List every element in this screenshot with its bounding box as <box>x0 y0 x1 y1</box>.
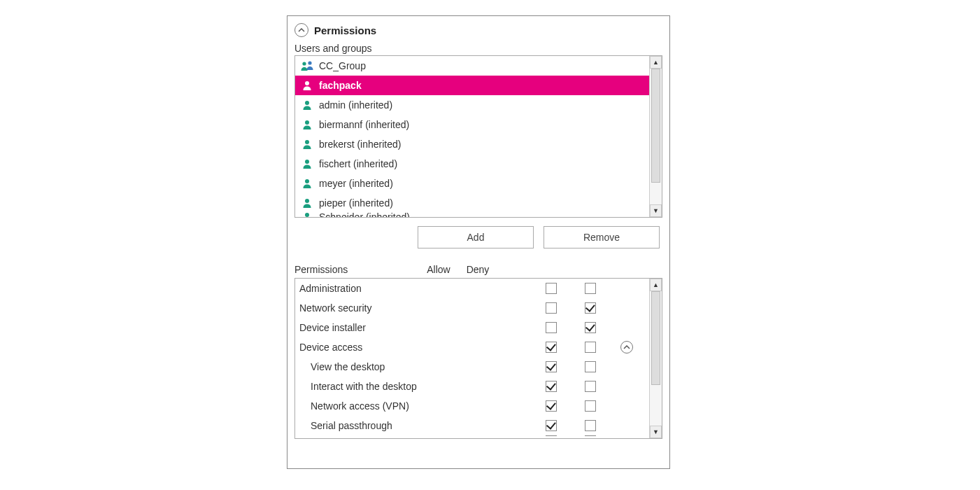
scroll-track[interactable] <box>650 69 662 204</box>
deny-checkbox[interactable] <box>585 420 596 431</box>
list-item[interactable]: brekerst (inherited) <box>295 134 649 154</box>
scroll-down-icon[interactable]: ▼ <box>650 426 662 438</box>
permission-label: Administration <box>295 283 532 294</box>
scroll-up-icon[interactable]: ▲ <box>650 56 662 69</box>
list-item-label: pieper (inherited) <box>319 197 393 209</box>
scroll-down-icon[interactable]: ▼ <box>650 204 662 217</box>
user-icon <box>299 158 315 169</box>
permissions-header: Permissions Allow Deny <box>287 254 669 278</box>
deny-checkbox[interactable] <box>585 361 596 372</box>
svg-point-3 <box>305 101 309 105</box>
user-icon <box>299 80 315 91</box>
svg-point-9 <box>305 213 309 217</box>
allow-checkbox[interactable] <box>546 361 557 372</box>
deny-checkbox[interactable] <box>585 302 596 314</box>
svg-point-6 <box>305 160 309 164</box>
deny-checkbox[interactable] <box>585 283 596 294</box>
list-item[interactable]: fachpack <box>295 76 649 95</box>
svg-point-2 <box>305 81 309 85</box>
scroll-up-icon[interactable]: ▲ <box>650 279 662 291</box>
allow-checkbox[interactable] <box>546 302 557 314</box>
users-list: CC_Groupfachpackadmin (inherited)bierman… <box>294 55 662 218</box>
permission-row <box>295 435 649 438</box>
permission-row: View the desktop <box>295 357 649 377</box>
allow-checkbox[interactable] <box>546 322 557 333</box>
permission-row: Interact with the desktop <box>295 377 649 396</box>
perm-col-deny: Deny <box>458 264 497 275</box>
add-button[interactable]: Add <box>418 226 534 248</box>
list-item-label: admin (inherited) <box>319 99 392 111</box>
list-item-label: Schneider (inherited) <box>319 213 410 217</box>
section-header: Permissions <box>287 23 669 40</box>
list-item[interactable]: biermannf (inherited) <box>295 115 649 134</box>
collapse-toggle-icon[interactable] <box>294 23 308 37</box>
users-list-body[interactable]: CC_Groupfachpackadmin (inherited)bierman… <box>295 56 649 217</box>
permission-row: Device access <box>295 337 649 357</box>
permissions-scrollbar[interactable]: ▲ ▼ <box>649 279 662 438</box>
deny-checkbox[interactable] <box>585 435 596 436</box>
scroll-track[interactable] <box>650 291 662 426</box>
svg-point-5 <box>305 140 309 144</box>
list-item[interactable]: fischert (inherited) <box>295 154 649 174</box>
list-item[interactable]: meyer (inherited) <box>295 174 649 193</box>
allow-checkbox[interactable] <box>546 283 557 294</box>
permission-row: Serial passthrough <box>295 416 649 435</box>
permissions-panel: Permissions Users and groups CC_Groupfac… <box>287 15 670 469</box>
permission-label: View the desktop <box>295 361 532 372</box>
list-item[interactable]: CC_Group <box>295 56 649 76</box>
list-item-label: biermannf (inherited) <box>319 119 409 130</box>
permission-row: Network access (VPN) <box>295 396 649 416</box>
perm-col-allow: Allow <box>419 264 458 275</box>
section-title: Permissions <box>314 24 376 36</box>
list-item[interactable]: admin (inherited) <box>295 95 649 115</box>
scroll-thumb[interactable] <box>651 291 660 385</box>
user-icon <box>299 213 315 217</box>
users-scrollbar[interactable]: ▲ ▼ <box>649 56 662 217</box>
users-groups-label: Users and groups <box>287 40 669 55</box>
permission-label: Serial passthrough <box>295 420 532 431</box>
user-icon <box>299 119 315 130</box>
allow-checkbox[interactable] <box>546 400 557 412</box>
list-item[interactable]: pieper (inherited) <box>295 193 649 213</box>
permission-row: Network security <box>295 298 649 318</box>
collapse-toggle-icon[interactable] <box>620 341 633 354</box>
permissions-table: AdministrationNetwork securityDevice ins… <box>294 278 662 439</box>
deny-checkbox[interactable] <box>585 381 596 392</box>
allow-checkbox[interactable] <box>546 420 557 431</box>
permission-label: Network security <box>295 302 532 314</box>
permissions-table-body[interactable]: AdministrationNetwork securityDevice ins… <box>295 279 649 438</box>
allow-checkbox[interactable] <box>546 381 557 392</box>
deny-checkbox[interactable] <box>585 322 596 333</box>
deny-checkbox[interactable] <box>585 342 596 353</box>
remove-button[interactable]: Remove <box>544 226 660 248</box>
group-icon <box>299 60 315 71</box>
permission-label: Device installer <box>295 322 532 333</box>
svg-point-7 <box>305 179 309 183</box>
permission-row: Administration <box>295 279 649 298</box>
list-item-label: meyer (inherited) <box>319 178 393 189</box>
permission-row: Device installer <box>295 318 649 337</box>
permission-label: Interact with the desktop <box>295 381 532 392</box>
svg-point-8 <box>305 199 309 203</box>
allow-checkbox[interactable] <box>546 342 557 353</box>
scroll-thumb[interactable] <box>651 69 660 183</box>
user-icon <box>299 178 315 189</box>
user-icon <box>299 139 315 150</box>
list-item-label: fachpack <box>319 80 362 91</box>
user-icon <box>299 197 315 209</box>
allow-checkbox[interactable] <box>546 435 557 436</box>
svg-point-0 <box>302 62 306 65</box>
list-item[interactable]: Schneider (inherited) <box>295 213 649 217</box>
user-icon <box>299 99 315 111</box>
list-item-label: CC_Group <box>319 60 366 71</box>
perm-col-label: Permissions <box>294 264 419 275</box>
deny-checkbox[interactable] <box>585 400 596 412</box>
svg-point-1 <box>308 61 311 64</box>
list-item-label: brekerst (inherited) <box>319 139 402 150</box>
permission-label: Network access (VPN) <box>295 400 532 412</box>
permission-label: Device access <box>295 342 532 353</box>
list-item-label: fischert (inherited) <box>319 158 397 169</box>
svg-point-4 <box>305 120 309 125</box>
button-row: Add Remove <box>287 218 669 254</box>
